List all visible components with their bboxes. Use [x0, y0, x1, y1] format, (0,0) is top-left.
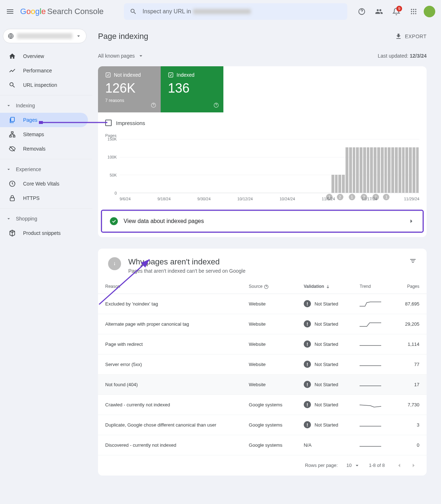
help-icon[interactable] [355, 4, 369, 19]
chevron-down-icon [6, 103, 12, 108]
svg-rect-12 [12, 132, 13, 133]
stat-sub: 7 reasons [105, 98, 153, 103]
sidebar-item-sitemaps[interactable]: Sitemaps [0, 127, 88, 142]
menu-icon[interactable] [6, 7, 14, 16]
url-inspect-search[interactable]: Inspect any URL in [124, 3, 347, 20]
sidebar-item-removals[interactable]: Removals [0, 142, 88, 156]
impressions-toggle[interactable]: Impressions [98, 112, 427, 130]
indexing-card: Not indexed 126K 7 reasons Indexed 136 [98, 66, 427, 237]
sidebar-label: Product snippets [23, 230, 61, 236]
removals-icon [9, 145, 16, 152]
sidebar-item-https[interactable]: HTTPS [0, 191, 88, 205]
exclaim-icon: ! [304, 300, 311, 307]
svg-point-6 [415, 11, 416, 12]
next-page-button[interactable] [408, 460, 419, 471]
export-button[interactable]: EXPORT [395, 33, 427, 40]
app-header: Google Search Console Inspect any URL in… [0, 0, 441, 23]
info-icon [108, 257, 121, 270]
help-icon[interactable] [213, 102, 219, 108]
sidebar-label: URL inspection [23, 82, 57, 88]
sidebar-label: Pages [23, 117, 37, 123]
notifications-icon[interactable]: 9 [389, 4, 404, 19]
search-icon [130, 8, 137, 15]
section-shopping[interactable]: Shopping [0, 211, 92, 226]
page-filter-dropdown[interactable]: All known pages [98, 53, 144, 59]
svg-point-8 [413, 13, 414, 14]
svg-point-5 [413, 11, 414, 12]
section-experience[interactable]: Experience [0, 162, 92, 177]
search-icon [9, 81, 16, 89]
sidebar-item-pages[interactable]: Pages [0, 113, 88, 127]
view-indexed-pages-link[interactable]: View data about indexed pages [102, 211, 422, 231]
sidebar-item-url-inspection[interactable]: URL inspection [0, 78, 88, 92]
stat-value: 126K [105, 81, 153, 96]
sidebar-item-performance[interactable]: Performance [0, 63, 88, 78]
apps-icon[interactable] [406, 4, 421, 19]
reasons-table: Reason Source Validation Trend Pages Exc… [98, 280, 427, 455]
lock-icon [9, 195, 16, 202]
account-avatar[interactable] [424, 6, 435, 17]
chevron-right-icon [407, 218, 415, 225]
col-reason[interactable]: Reason [98, 280, 242, 294]
exclaim-icon: ! [304, 421, 311, 428]
sidebar-item-product-snippets[interactable]: Product snippets [0, 226, 88, 240]
table-row[interactable]: Discovered - currently not indexed Googl… [98, 435, 427, 455]
sidebar-label: Sitemaps [23, 131, 44, 137]
table-row[interactable]: Alternate page with proper canonical tag… [98, 314, 427, 334]
table-row[interactable]: Excluded by 'noindex' tag Website !Not S… [98, 294, 427, 314]
search-placeholder: Inspect any URL in [143, 8, 191, 15]
sidebar-label: Core Web Vitals [23, 181, 59, 187]
help-icon[interactable] [151, 102, 156, 108]
table-row[interactable]: Page with redirect Website !Not Started … [98, 334, 427, 354]
sidebar-label: Removals [23, 146, 45, 152]
table-row[interactable]: Crawled - currently not indexed Google s… [98, 394, 427, 415]
sidebar-label: Performance [23, 68, 52, 73]
filter-icon[interactable] [409, 257, 416, 266]
svg-rect-19 [169, 73, 173, 77]
col-trend[interactable]: Trend [352, 280, 393, 294]
checkbox-icon [168, 72, 174, 78]
svg-point-3 [415, 9, 416, 10]
google-logo[interactable]: Google Search Console [20, 7, 104, 16]
table-row[interactable]: Not found (404) Website !Not Started 17 [98, 374, 427, 394]
exclaim-icon: ! [304, 340, 311, 348]
col-source[interactable]: Source [242, 280, 297, 294]
stat-value: 136 [168, 81, 216, 96]
sidebar-item-core-web-vitals[interactable]: Core Web Vitals [0, 177, 88, 191]
help-icon [264, 284, 269, 289]
exclaim-icon: ! [304, 401, 311, 408]
main-content: Page indexing EXPORT All known pages Las… [92, 23, 438, 484]
people-icon[interactable] [372, 4, 386, 19]
table-row[interactable]: Duplicate, Google chose different canoni… [98, 415, 427, 435]
reasons-title: Why pages aren't indexed [128, 257, 245, 267]
chevron-down-icon [75, 33, 82, 39]
sidebar-item-overview[interactable]: Overview [0, 49, 88, 63]
svg-rect-13 [10, 135, 12, 137]
exclaim-icon: ! [304, 361, 311, 368]
exclaim-icon: ! [304, 320, 311, 327]
col-pages[interactable]: Pages [394, 280, 427, 294]
sidebar-label: HTTPS [23, 195, 40, 201]
checkbox-icon[interactable] [105, 120, 112, 126]
last-updated: Last updated: 12/3/24 [378, 53, 427, 59]
pages-icon [9, 116, 16, 124]
stat-not-indexed[interactable]: Not indexed 126K 7 reasons [98, 66, 161, 112]
svg-rect-11 [11, 117, 14, 122]
redacted-domain [193, 9, 251, 14]
download-icon [395, 33, 402, 40]
reasons-card: Why pages aren't indexed Pages that aren… [98, 249, 427, 476]
product-name: Search Console [47, 7, 104, 16]
prev-page-button[interactable] [393, 460, 405, 471]
col-validation[interactable]: Validation [297, 280, 352, 294]
table-row[interactable]: Server error (5xx) Website !Not Started … [98, 354, 427, 374]
stat-indexed[interactable]: Indexed 136 [161, 66, 223, 112]
property-selector[interactable] [3, 29, 86, 43]
indexing-chart: Pages 050K100K150K 121311 9/6/249/18/249… [98, 130, 427, 211]
svg-point-1 [411, 9, 412, 10]
globe-icon [8, 33, 14, 39]
check-circle-icon [110, 217, 118, 225]
section-indexing[interactable]: Indexing [0, 98, 92, 113]
rows-per-page-select[interactable]: 10 [346, 462, 360, 469]
svg-point-4 [411, 11, 412, 12]
page-range: 1-8 of 8 [369, 463, 385, 468]
